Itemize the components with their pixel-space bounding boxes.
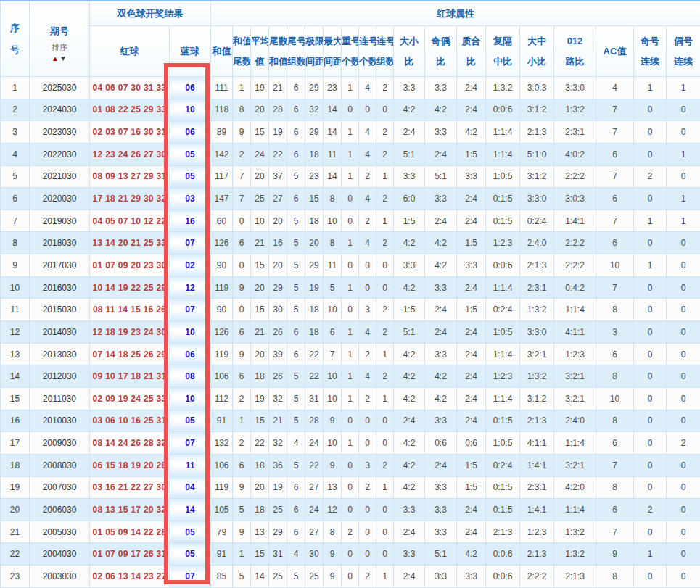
- attr-value-cell: 2: [359, 476, 376, 499]
- attr-value-cell: 20: [305, 232, 324, 254]
- attr-value-cell: 6: [596, 188, 634, 210]
- attr-value-cell: 3:3: [425, 410, 457, 432]
- attr-value-cell: 0: [233, 210, 251, 232]
- attr-value-cell: 1:3:2: [554, 521, 596, 543]
- attr-value-cell: 18: [305, 321, 324, 344]
- attr-value-cell: 1:1:4: [486, 276, 520, 299]
- attr-value-cell: 5: [287, 410, 305, 432]
- red-balls-cell: 09 10 17 18 21 31: [90, 365, 170, 388]
- table-row: 9201703001 07 09 20 23 30029001520529110…: [1, 254, 700, 277]
- blue-ball-cell: 05: [170, 543, 211, 566]
- attr-value-cell: 1:0:5: [486, 321, 520, 344]
- blue-ball-cell: 06: [170, 121, 211, 144]
- attr-value-cell: 4: [287, 432, 305, 455]
- attr-value-cell: 14: [251, 566, 269, 588]
- sort-ascending-icon[interactable]: ▲: [52, 54, 59, 62]
- attr-value-cell: 0: [634, 99, 667, 121]
- attr-value-cell: 0: [359, 499, 376, 521]
- attr-value-cell: 1: [342, 77, 359, 99]
- red-balls-cell: 08 14 24 26 28 32: [90, 432, 170, 455]
- attr-value-cell: 2:1:3: [520, 121, 554, 144]
- attr-value-cell: 0:2:4: [520, 210, 554, 232]
- attr-value-cell: 0:1:5: [486, 476, 520, 499]
- attr-value-cell: 7: [596, 210, 634, 232]
- attr-value-cell: 79: [211, 521, 233, 543]
- attr-value-cell: 1:1:4: [554, 432, 596, 455]
- attr-value-cell: 20: [251, 476, 269, 499]
- attr-value-cell: 0: [634, 188, 667, 210]
- attr-value-cell: 2:3:1: [520, 276, 554, 299]
- red-balls-cell: 04 05 07 10 12 22: [90, 210, 170, 232]
- attr-value-cell: 2:4: [457, 210, 486, 232]
- attr-value-cell: 2: [233, 143, 251, 165]
- attr-value-cell: 2: [376, 121, 394, 144]
- red-balls-cell: 02 03 07 16 30 31: [90, 121, 170, 144]
- attr-value-cell: 7: [596, 276, 634, 299]
- attr-value-cell: 0: [359, 99, 376, 121]
- issue-cell: 2018030: [30, 232, 90, 254]
- red-balls-cell: 02 06 13 14 23 27: [90, 566, 170, 588]
- attr-value-cell: 2: [376, 454, 394, 476]
- attr-value-cell: 4:1:1: [554, 321, 596, 344]
- blue-ball-cell: 08: [170, 365, 211, 388]
- attr-value-cell: 2: [376, 299, 394, 321]
- attr-value-cell: 0: [667, 232, 700, 254]
- attr-value-cell: 21: [251, 232, 269, 254]
- attr-value-cell: 0: [342, 454, 359, 476]
- attr-value-cell: 118: [211, 99, 233, 121]
- attr-value-cell: 0: [376, 99, 394, 121]
- attr-value-cell: 21: [269, 77, 287, 99]
- attr-value-cell: 1:5: [457, 454, 486, 476]
- seq-cell: 19: [1, 476, 30, 499]
- attr-value-cell: 2: [233, 387, 251, 410]
- table-row: 13201303007 14 18 25 26 2906119920396227…: [1, 343, 700, 365]
- attr-value-cell: 6: [287, 343, 305, 365]
- attr-value-cell: 1: [376, 476, 394, 499]
- col-header-text: 质合: [457, 31, 485, 51]
- attr-value-cell: 3:1:2: [520, 99, 554, 121]
- table-row: 6202003017 18 21 29 30 32031477252761580…: [1, 188, 700, 210]
- table-row: 10201603010 14 19 22 25 2912119920295195…: [1, 276, 700, 299]
- issue-sort-control[interactable]: 排序 ▲▼: [30, 43, 89, 63]
- attr-value-cell: 2: [376, 77, 394, 99]
- attr-value-cell: 1:5: [394, 299, 425, 321]
- attr-value-cell: 10: [596, 387, 634, 410]
- attr-value-cell: 3:0:3: [520, 77, 554, 99]
- attr-value-cell: 27: [269, 188, 287, 210]
- attr-value-cell: 0: [667, 299, 700, 321]
- attr-value-cell: 111: [211, 77, 233, 99]
- attr-value-cell: 5: [233, 499, 251, 521]
- table-row: 14201203009 10 17 18 21 3108106618265221…: [1, 365, 700, 388]
- seq-cell: 8: [1, 232, 30, 254]
- attr-value-cell: 0: [359, 543, 376, 566]
- sort-descending-icon[interactable]: ▼: [59, 54, 67, 62]
- attr-value-cell: 3:3: [394, 499, 425, 521]
- blue-ball-cell: 05: [170, 165, 211, 188]
- seq-cell: 10: [1, 276, 30, 299]
- attr-value-cell: 0: [634, 343, 667, 365]
- attr-value-cell: 2:4: [457, 321, 486, 344]
- blue-ball-cell: 05: [170, 143, 211, 165]
- col-header-text: 比: [394, 51, 424, 71]
- red-balls-cell: 07 14 18 25 26 29: [90, 343, 170, 365]
- attr-value-cell: 4:2:0: [554, 476, 596, 499]
- attr-value-cell: 25: [269, 566, 287, 588]
- attr-value-cell: 21: [251, 321, 269, 344]
- attr-value-cell: 20: [269, 254, 287, 277]
- attr-value-cell: 3:3: [425, 499, 457, 521]
- attr-value-cell: 2: [233, 432, 251, 455]
- attr-value-cell: 5:1: [425, 543, 457, 566]
- attr-value-cell: 29: [269, 276, 287, 299]
- issue-cell: 2020030: [30, 188, 90, 210]
- attr-value-cell: 132: [211, 432, 233, 455]
- attr-value-cell: 15: [251, 299, 269, 321]
- attr-value-cell: 18: [251, 499, 269, 521]
- attr-value-cell: 4:2: [394, 99, 425, 121]
- attr-value-cell: 4:2: [394, 387, 425, 410]
- attr-value-cell: 0: [634, 232, 667, 254]
- attr-value-cell: 4:2: [425, 99, 457, 121]
- attr-value-cell: 14: [324, 99, 342, 121]
- red-balls-cell: 08 11 14 15 16 26: [90, 299, 170, 321]
- blue-ball-cell: 04: [170, 476, 211, 499]
- attr-value-cell: 2: [359, 210, 376, 232]
